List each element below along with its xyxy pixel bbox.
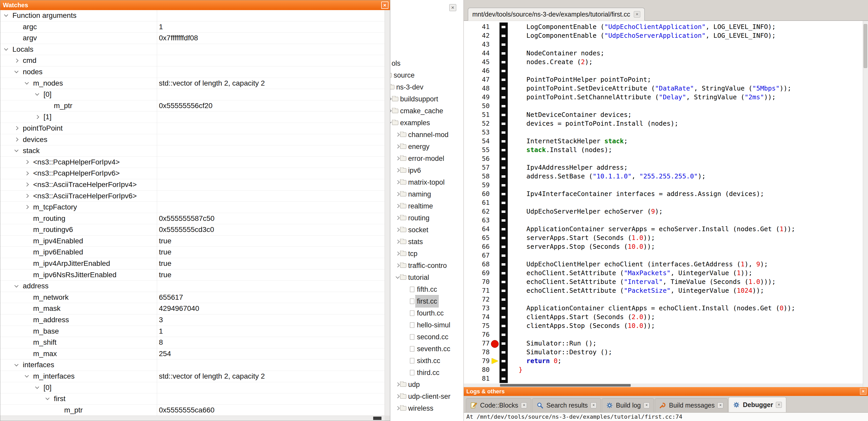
chevron-right-icon[interactable] [396,157,400,161]
chevron-down-icon[interactable] [14,284,19,288]
watch-row-m-routing[interactable]: m_routing0x555555587c50 [0,213,385,224]
line-number[interactable]: 64 [464,225,493,233]
watch-row-m-nodes[interactable]: m_nodesstd::vector of length 2, capacity… [0,78,385,89]
line-number[interactable]: 50 [464,102,493,110]
breakpoint-margin[interactable] [493,260,499,269]
watch-row-m-ipv6enabled[interactable]: m_ipv6Enabledtrue [0,247,385,258]
line-number[interactable]: 62 [464,207,493,216]
breakpoint-margin[interactable] [493,145,499,154]
line-number[interactable]: 61 [464,198,493,207]
close-icon[interactable]: × [860,388,866,395]
watch-row-ns3-pcaphelperforipv4[interactable]: <ns3::PcapHelperForIpv4> [0,157,385,168]
watch-row-m-interfaces[interactable]: m_interfacesstd::vector of length 2, cap… [0,371,385,382]
watch-row-cmd[interactable]: cmd [0,55,385,66]
watch-row-first[interactable]: first [0,393,385,405]
line-number[interactable]: 76 [464,330,493,339]
watch-row-m-shift[interactable]: m_shift8 [0,337,385,348]
chevron-right-icon[interactable] [14,137,19,141]
line-number[interactable]: 73 [464,304,493,313]
line-number[interactable]: 79 [464,357,493,365]
line-number[interactable]: 70 [464,278,493,286]
logs-tab-debugger[interactable]: Debugger× [728,397,786,412]
breakpoint-margin[interactable] [493,110,499,119]
watch-row-m-ptr[interactable]: m_ptr0x55555556cf20 [0,100,385,112]
chevron-right-icon[interactable] [396,406,400,411]
line-number[interactable]: 78 [464,348,493,357]
breakpoint-margin[interactable] [493,119,499,128]
watch-row-0[interactable]: [0] [0,382,385,394]
line-number[interactable]: 54 [464,137,493,145]
chevron-down-icon[interactable] [396,274,400,279]
chevron-right-icon[interactable] [396,168,400,172]
chevron-right-icon[interactable] [25,160,29,164]
chevron-down-icon[interactable] [25,80,29,85]
watch-row-ns3-asciitracehelperforipv6[interactable]: <ns3::AsciiTraceHelperForIpv6> [0,191,385,202]
close-icon[interactable]: × [521,402,527,408]
scrollbar-thumb[interactable] [864,24,867,68]
watch-row-m-ipv4enabled[interactable]: m_ipv4Enabledtrue [0,235,385,247]
watch-row-nodes[interactable]: nodes [0,66,385,78]
line-number[interactable]: 80 [464,365,493,374]
breakpoint-margin[interactable] [493,137,499,145]
line-number[interactable]: 42 [464,31,493,40]
watch-row-m-max[interactable]: m_max254 [0,348,385,360]
watch-row-m-address[interactable]: m_address3 [0,315,385,326]
watch-row-m-ptr[interactable]: m_ptr0x5555555ca660 [0,405,385,416]
breakpoint-margin[interactable] [493,163,499,172]
line-number[interactable]: 56 [464,154,493,163]
logs-header[interactable]: Logs & others × [464,387,868,396]
watches-titlebar[interactable]: Watches × [0,0,390,10]
close-icon[interactable]: × [591,402,596,408]
breakpoint-margin[interactable] [493,93,499,102]
breakpoint-margin[interactable] [493,31,499,40]
chevron-right-icon[interactable] [396,394,400,398]
breakpoint-margin[interactable] [493,269,499,278]
line-number[interactable]: 60 [464,190,493,198]
chevron-right-icon[interactable] [396,228,400,232]
breakpoint-margin[interactable] [493,58,499,66]
chevron-down-icon[interactable] [4,46,8,51]
line-number[interactable]: 72 [464,295,493,304]
breakpoint-margin[interactable] [493,49,499,58]
close-icon[interactable]: × [449,4,456,11]
breakpoint-margin[interactable] [493,313,499,321]
line-number[interactable]: 68 [464,260,493,269]
breakpoint-margin[interactable] [493,207,499,216]
line-number[interactable]: 47 [464,75,493,84]
chevron-right-icon[interactable] [25,171,29,175]
breakpoint-margin[interactable] [493,286,499,295]
breakpoint-margin[interactable] [493,23,499,31]
chevron-right-icon[interactable] [396,263,400,268]
scrollbar-thumb[interactable] [500,384,631,387]
close-icon[interactable]: × [381,2,389,9]
line-number[interactable]: 59 [464,181,493,190]
breakpoint-margin[interactable] [493,330,499,339]
breakpoint-margin[interactable] [493,75,499,84]
watch-row-argv[interactable]: argv0x7fffffffdf08 [0,33,385,44]
line-number[interactable]: 69 [464,269,493,278]
line-number[interactable]: 66 [464,242,493,251]
watch-row-function-arguments[interactable]: Function arguments [0,10,385,22]
breakpoint-margin[interactable] [493,365,499,374]
breakpoint-margin[interactable] [493,278,499,286]
line-number[interactable]: 74 [464,313,493,321]
line-number[interactable]: 55 [464,145,493,154]
breakpoint-margin[interactable] [493,172,499,181]
watch-row-devices[interactable]: devices [0,134,385,145]
line-number[interactable]: 53 [464,128,493,137]
breakpoint-margin[interactable] [493,225,499,233]
watch-row-interfaces[interactable]: interfaces [0,359,385,371]
chevron-right-icon[interactable] [396,180,400,184]
watch-row-address[interactable]: address [0,281,385,292]
breakpoint-margin[interactable] [493,304,499,313]
editor-vertical-scrollbar[interactable] [863,21,868,387]
chevron-right-icon[interactable] [396,252,400,256]
breakpoint-margin[interactable] [493,66,499,75]
editor-tab[interactable]: mnt/dev/tools/source/ns-3-dev/examples/t… [468,8,645,21]
chevron-down-icon[interactable] [25,374,29,378]
watch-row-m-tcpfactory[interactable]: m_tcpFactory [0,202,385,213]
watch-row-pointtopoint[interactable]: pointToPoint [0,123,385,134]
line-number[interactable]: 71 [464,286,493,295]
breakpoint-margin[interactable] [493,233,499,242]
close-icon[interactable]: × [717,402,723,408]
